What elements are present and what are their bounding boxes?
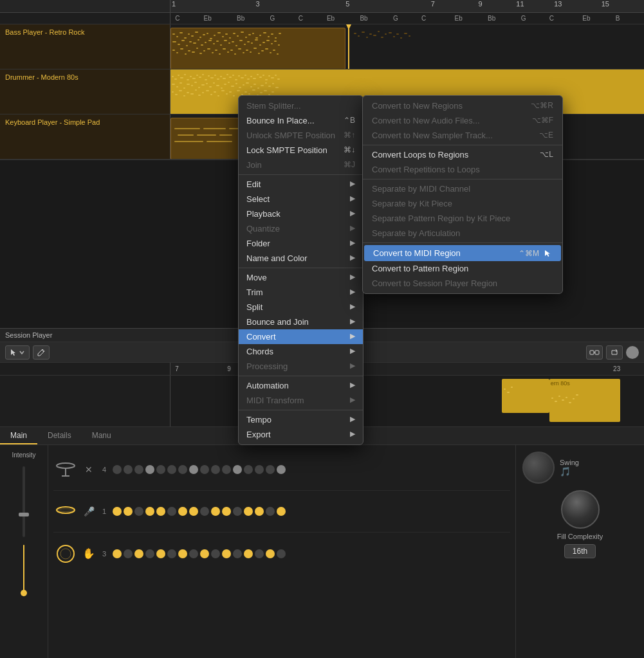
ruler-mark-5: 5 xyxy=(345,0,349,8)
svg-rect-47 xyxy=(244,44,246,45)
svg-rect-78 xyxy=(253,48,257,49)
join-button[interactable] xyxy=(586,345,603,360)
menu-item-select[interactable]: Select ▶ xyxy=(239,192,363,206)
svg-rect-164 xyxy=(275,87,279,88)
context-menu[interactable]: Stem Splitter... Bounce In Place... ⌃B U… xyxy=(238,95,363,445)
pencil-tool[interactable] xyxy=(33,345,50,360)
svg-rect-148 xyxy=(216,85,219,86)
svg-rect-113 xyxy=(210,77,214,78)
swing-icon: 🎵 xyxy=(560,466,579,477)
menu-item-quantize[interactable]: Quantize ▶ xyxy=(239,221,363,236)
submenu-item-convert-audio-files[interactable]: Convert to New Audio Files... ⌥⌘F xyxy=(363,113,562,128)
swing-knob[interactable] xyxy=(522,452,555,484)
svg-rect-104 xyxy=(184,74,186,75)
svg-rect-12 xyxy=(217,32,221,33)
drum-number-4: 4 xyxy=(100,466,109,473)
svg-rect-19 xyxy=(245,37,247,38)
svg-rect-127 xyxy=(253,78,256,79)
menu-item-automation[interactable]: Automation ▶ xyxy=(239,378,363,393)
menu-item-convert[interactable]: Convert ▶ xyxy=(239,329,363,344)
intensity-slider[interactable] xyxy=(23,466,25,537)
svg-rect-39 xyxy=(213,43,215,44)
svg-rect-20 xyxy=(248,34,251,35)
svg-rect-30 xyxy=(178,44,180,45)
svg-rect-111 xyxy=(205,79,207,80)
svg-rect-142 xyxy=(194,82,197,83)
submenu-item-convert-loops[interactable]: Convert Loops to Regions ⌥L xyxy=(363,147,562,162)
svg-rect-5 xyxy=(191,35,194,37)
svg-rect-83 xyxy=(273,50,275,51)
selector-tool[interactable] xyxy=(5,345,30,360)
drum-pads-snare[interactable] xyxy=(113,507,510,516)
drum-pads-kick[interactable] xyxy=(113,549,510,558)
submenu-item-separate-piece[interactable]: Separate by Kit Piece xyxy=(363,196,562,211)
menu-item-move[interactable]: Move ▶ xyxy=(239,270,363,285)
kick-drum-icon xyxy=(53,542,78,566)
svg-rect-3 xyxy=(184,37,187,39)
menu-item-join[interactable]: Join ⌘J xyxy=(239,158,363,172)
menu-item-unlock-smpte[interactable]: Unlock SMPTE Position ⌘↑ xyxy=(239,128,363,143)
submenu-item-convert-sampler[interactable]: Convert to New Sampler Track... ⌥E xyxy=(363,128,562,143)
menu-item-split[interactable]: Split ▶ xyxy=(239,300,363,315)
fill-complexity-value[interactable]: 16th xyxy=(564,544,596,558)
menu-item-lock-smpte[interactable]: Lock SMPTE Position ⌘↓ xyxy=(239,143,363,158)
submenu-item-separate-midi[interactable]: Separate by MIDI Channel xyxy=(363,181,562,196)
submenu-item-separate-pattern[interactable]: Separate Pattern Region by Kit Piece xyxy=(363,211,562,226)
convert-submenu[interactable]: Convert to New Regions ⌥⌘R Convert to Ne… xyxy=(362,95,563,294)
submenu-item-convert-midi[interactable]: Convert to MIDI Region ⌃⌘M xyxy=(364,245,561,261)
svg-rect-43 xyxy=(228,42,230,44)
svg-rect-158 xyxy=(253,84,256,85)
submenu-item-separate-articulation[interactable]: Separate by Articulation xyxy=(363,226,562,241)
tab-manual[interactable]: Manu xyxy=(82,427,122,444)
submenu-item-convert-pattern[interactable]: Convert to Pattern Region xyxy=(363,261,562,276)
svg-rect-128 xyxy=(257,74,259,75)
svg-rect-62 xyxy=(192,51,195,53)
menu-item-processing[interactable]: Processing ▶ xyxy=(239,359,363,374)
fill-complexity-knob[interactable] xyxy=(561,490,600,529)
svg-rect-45 xyxy=(235,45,237,46)
svg-rect-166 xyxy=(175,94,178,95)
tab-details[interactable]: Details xyxy=(37,427,82,444)
menu-item-bounce-in-place[interactable]: Bounce In Place... ⌃B xyxy=(239,113,363,128)
svg-rect-207 xyxy=(566,397,567,398)
svg-rect-125 xyxy=(247,78,250,80)
swing-label: Swing xyxy=(560,459,579,466)
submenu-item-convert-session-player[interactable]: Convert to Session Player Region xyxy=(363,276,562,291)
submenu-item-convert-repetitions[interactable]: Convert Repetitions to Loops xyxy=(363,162,562,177)
submenu-item-convert-new-regions[interactable]: Convert to New Regions ⌥⌘R xyxy=(363,98,562,113)
svg-rect-177 xyxy=(217,95,219,96)
svg-rect-144 xyxy=(201,84,205,86)
menu-item-chords[interactable]: Chords ▶ xyxy=(239,344,363,359)
ruler-mark-3: 3 xyxy=(255,0,259,8)
svg-rect-65 xyxy=(203,50,205,51)
menu-item-bounce-join[interactable]: Bounce and Join ▶ xyxy=(239,315,363,329)
ruler-mark-9: 9 xyxy=(478,0,482,8)
svg-rect-32 xyxy=(186,45,188,46)
menu-item-playback[interactable]: Playback ▶ xyxy=(239,206,363,221)
svg-rect-26 xyxy=(271,33,273,35)
svg-rect-150 xyxy=(224,84,226,85)
svg-rect-120 xyxy=(232,75,234,76)
ruler-mark-7: 7 xyxy=(431,0,435,8)
menu-item-folder[interactable]: Folder ▶ xyxy=(239,236,363,251)
svg-rect-194 xyxy=(203,128,226,129)
menu-item-edit[interactable]: Edit ▶ xyxy=(239,177,363,192)
menu-item-tempo[interactable]: Tempo ▶ xyxy=(239,412,363,427)
record-button[interactable] xyxy=(626,346,639,359)
drum-pads-cymbal[interactable] xyxy=(113,465,510,474)
menu-item-name-color[interactable]: Name and Color ▶ xyxy=(239,251,363,266)
menu-item-export[interactable]: Export ▶ xyxy=(239,427,363,442)
svg-rect-59 xyxy=(180,48,183,50)
menu-item-stem-splitter[interactable]: Stem Splitter... xyxy=(239,98,363,113)
loop-button[interactable] xyxy=(606,345,623,360)
svg-rect-0 xyxy=(172,33,175,35)
svg-rect-117 xyxy=(223,78,226,79)
tab-main[interactable]: Main xyxy=(0,427,37,444)
ruler-mark-15: 15 xyxy=(602,0,609,8)
bass-track-content[interactable] xyxy=(170,24,644,69)
menu-item-midi-transform[interactable]: MIDI Transform ▶ xyxy=(239,393,363,408)
svg-rect-87 xyxy=(362,32,365,33)
ruler-mark-11: 11 xyxy=(516,0,524,8)
cymbal-icon xyxy=(53,499,78,524)
menu-item-trim[interactable]: Trim ▶ xyxy=(239,285,363,300)
